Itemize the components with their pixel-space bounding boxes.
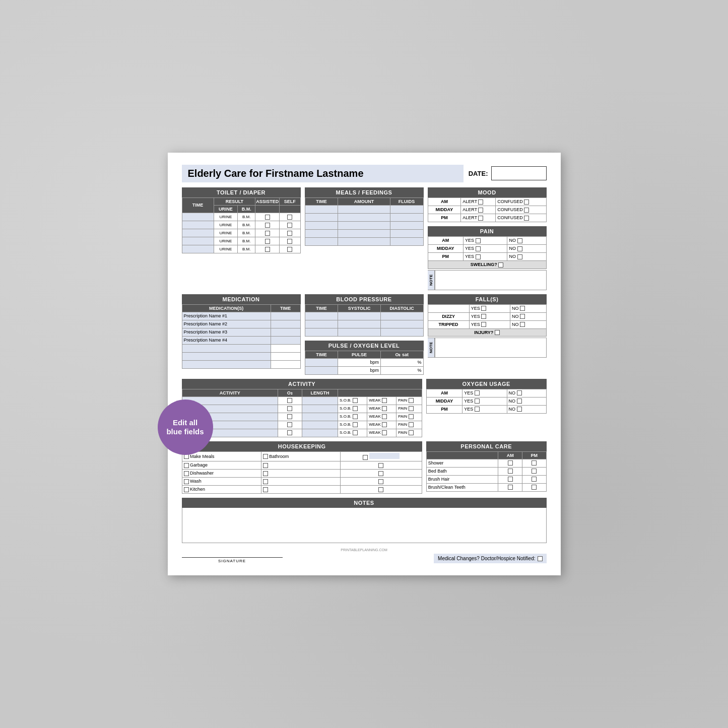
checkbox[interactable] (481, 306, 486, 311)
checkbox[interactable] (378, 487, 383, 492)
checkbox[interactable] (263, 454, 268, 459)
checkbox[interactable] (481, 322, 486, 327)
checkbox[interactable] (263, 487, 268, 492)
date-field: DATE: (469, 166, 547, 180)
note-label-falls: NOTE (428, 338, 435, 358)
checkbox[interactable] (287, 406, 292, 411)
checkbox[interactable] (498, 262, 503, 268)
toilet-table: TIME RESULT ASSISTED SELF URINE B.M. URI… (182, 197, 301, 253)
table-row (305, 328, 423, 336)
checkbox[interactable] (265, 239, 270, 244)
checkbox[interactable] (508, 460, 513, 466)
checkbox[interactable] (524, 200, 529, 205)
checkbox[interactable] (287, 422, 292, 427)
checkbox[interactable] (495, 330, 500, 335)
checkbox[interactable] (476, 246, 481, 251)
checkbox[interactable] (263, 471, 268, 476)
activity-section: ACTIVITY ACTIVITY O₂ LENGTH S.O.B. WEAK … (182, 379, 422, 437)
checkbox[interactable] (532, 469, 537, 474)
checkbox[interactable] (265, 247, 270, 252)
checkbox[interactable] (475, 390, 480, 395)
checkbox[interactable] (524, 216, 529, 221)
date-input[interactable] (491, 166, 547, 180)
pulse-section: PULSE / OXYGEN LEVEL TIME PULSE O₂ sat b… (305, 341, 424, 375)
checkbox[interactable] (409, 430, 414, 435)
checkbox[interactable] (517, 246, 522, 251)
checkbox[interactable] (517, 390, 522, 395)
checkbox[interactable] (517, 238, 522, 243)
checkbox[interactable] (353, 398, 358, 403)
bottom-row: HOUSEKEEPING Make Meals Bathroom Garbage… (182, 441, 547, 494)
checkbox[interactable] (508, 469, 513, 474)
table-row: S.O.B. WEAK PAIN (182, 405, 422, 413)
table-row: Bed Bath (426, 467, 546, 475)
checkbox[interactable] (287, 223, 292, 228)
checkbox[interactable] (287, 430, 292, 435)
checkbox[interactable] (475, 407, 480, 412)
checkbox[interactable] (378, 471, 383, 476)
checkbox[interactable] (478, 216, 483, 221)
checkbox[interactable] (265, 223, 270, 228)
checkbox[interactable] (532, 460, 537, 466)
checkbox[interactable] (287, 247, 292, 252)
checkbox[interactable] (476, 238, 481, 243)
checkbox[interactable] (476, 254, 481, 259)
checkbox[interactable] (363, 455, 368, 460)
checkbox[interactable] (532, 477, 537, 482)
checkbox[interactable] (520, 314, 525, 319)
checkbox[interactable] (478, 200, 483, 205)
checkbox[interactable] (353, 406, 358, 411)
checkbox[interactable] (517, 407, 522, 412)
checkbox[interactable] (524, 208, 529, 213)
checkbox[interactable] (517, 399, 522, 404)
checkbox[interactable] (475, 399, 480, 404)
checkbox[interactable] (538, 556, 543, 561)
checkbox[interactable] (287, 231, 292, 236)
checkbox[interactable] (520, 322, 525, 327)
checkbox[interactable] (382, 414, 387, 419)
checkbox[interactable] (481, 314, 486, 319)
checkbox[interactable] (265, 231, 270, 236)
checkbox[interactable] (287, 398, 292, 403)
checkbox[interactable] (287, 239, 292, 244)
checkbox[interactable] (265, 215, 270, 220)
checkbox[interactable] (353, 414, 358, 419)
checkbox[interactable] (263, 479, 268, 484)
note-content[interactable] (435, 270, 547, 290)
checkbox[interactable] (184, 463, 189, 468)
checkbox[interactable] (382, 398, 387, 403)
checkbox[interactable] (382, 422, 387, 427)
checkbox[interactable] (287, 215, 292, 220)
checkbox[interactable] (409, 422, 414, 427)
checkbox[interactable] (508, 477, 513, 482)
page-header: Elderly Care for Firstname Lastname DATE… (182, 165, 547, 182)
checkbox[interactable] (353, 422, 358, 427)
checkbox[interactable] (184, 479, 189, 484)
checkbox[interactable] (287, 414, 292, 419)
table-row: TRIPPED YES NO (428, 320, 546, 328)
note-content-falls[interactable] (435, 338, 547, 358)
table-row (305, 237, 423, 245)
checkbox[interactable] (353, 430, 358, 435)
checkbox[interactable] (478, 208, 483, 213)
signature-area: SIGNATURE (182, 557, 283, 563)
checkbox[interactable] (382, 430, 387, 435)
checkbox[interactable] (409, 406, 414, 411)
notes-section: NOTES (182, 498, 547, 543)
checkbox[interactable] (378, 479, 383, 484)
checkbox[interactable] (409, 414, 414, 419)
table-row: Wash (182, 478, 422, 486)
notes-body[interactable] (182, 508, 547, 543)
checkbox[interactable] (508, 485, 513, 490)
checkbox[interactable] (184, 471, 189, 476)
checkbox[interactable] (382, 406, 387, 411)
checkbox[interactable] (263, 463, 268, 468)
checkbox[interactable] (409, 398, 414, 403)
swelling-row: SWELLING? (428, 260, 546, 269)
checkbox[interactable] (520, 306, 525, 311)
mood-table: AM ALERT CONFUSED MIDDAY ALERT CONFUSED … (428, 197, 547, 222)
checkbox[interactable] (532, 485, 537, 490)
checkbox[interactable] (184, 487, 189, 492)
checkbox[interactable] (378, 463, 383, 468)
checkbox[interactable] (517, 254, 522, 259)
